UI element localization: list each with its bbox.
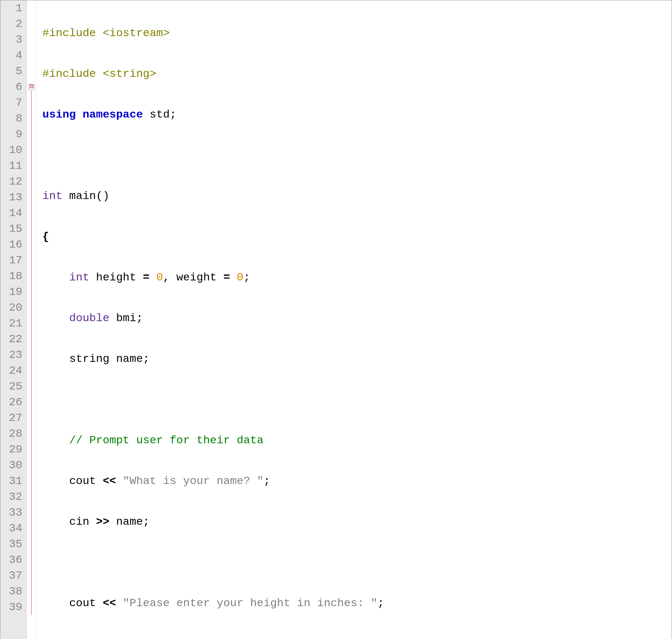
code-line: cin >> name; — [42, 514, 672, 530]
line-number: 10 — [3, 142, 22, 158]
code-line: string name; — [42, 351, 672, 367]
line-number: 18 — [3, 268, 22, 284]
fold-column: ⊟ — [27, 0, 36, 639]
code-line — [42, 147, 672, 163]
line-number: 14 — [3, 205, 22, 221]
line-number: 20 — [3, 300, 22, 315]
line-number: 32 — [3, 489, 22, 505]
code-line — [42, 392, 672, 407]
line-number: 31 — [3, 473, 22, 489]
line-number: 16 — [3, 237, 22, 252]
code-line: using namespace std; — [42, 107, 672, 123]
code-line: cin >> height; — [42, 636, 672, 639]
line-number: 3 — [3, 32, 22, 48]
line-number: 36 — [3, 552, 22, 568]
code-line: cout << "Please enter your height in inc… — [42, 595, 672, 611]
line-number: 5 — [3, 63, 22, 79]
line-number: 38 — [3, 583, 22, 599]
code-area[interactable]: #include <iostream> #include <string> us… — [36, 0, 672, 639]
code-line: // Prompt user for their data — [42, 433, 672, 448]
code-line: cout << "What is your name? "; — [42, 473, 672, 489]
line-number: 28 — [3, 426, 22, 442]
line-number: 26 — [3, 394, 22, 410]
line-number: 27 — [3, 410, 22, 426]
code-line: int main() — [42, 188, 672, 204]
line-number: 6 — [3, 79, 22, 95]
line-number: 33 — [3, 505, 22, 520]
code-line: int height = 0, weight = 0; — [42, 269, 672, 285]
code-editor[interactable]: 1234567891011121314151617181920212223242… — [0, 0, 672, 639]
fold-toggle-icon[interactable]: ⊟ — [29, 84, 34, 90]
line-number: 39 — [3, 599, 22, 615]
line-number: 12 — [3, 174, 22, 189]
line-number: 37 — [3, 568, 22, 583]
line-number: 13 — [3, 189, 22, 205]
line-number: 24 — [3, 363, 22, 379]
line-number: 7 — [3, 95, 22, 111]
line-number: 11 — [3, 158, 22, 174]
line-number: 30 — [3, 457, 22, 473]
code-line: #include <string> — [42, 66, 672, 82]
line-number: 23 — [3, 347, 22, 363]
line-number: 35 — [3, 536, 22, 552]
line-number: 1 — [3, 0, 22, 16]
line-number: 21 — [3, 315, 22, 331]
line-number: 29 — [3, 442, 22, 457]
line-number: 17 — [3, 252, 22, 268]
line-number: 9 — [3, 126, 22, 142]
line-number-gutter: 1234567891011121314151617181920212223242… — [0, 0, 27, 639]
code-line: #include <iostream> — [42, 25, 672, 41]
line-number: 19 — [3, 284, 22, 300]
line-number: 34 — [3, 520, 22, 536]
line-number: 25 — [3, 379, 22, 394]
code-line — [42, 555, 672, 571]
fold-guide-line — [31, 90, 32, 615]
line-number: 22 — [3, 331, 22, 347]
line-number: 15 — [3, 221, 22, 237]
line-number: 4 — [3, 48, 22, 63]
code-line: { — [42, 229, 672, 245]
line-number: 2 — [3, 16, 22, 32]
line-number: 8 — [3, 111, 22, 126]
code-line: double bmi; — [42, 310, 672, 326]
